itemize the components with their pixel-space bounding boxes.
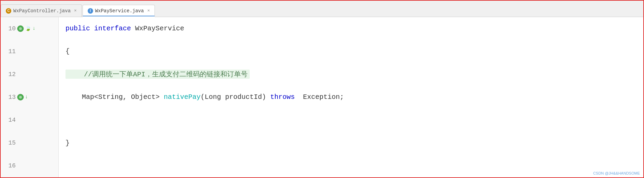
method-name-nativepay: nativePay [164,93,201,101]
keyword-throws: throws [270,93,295,101]
line-row-11: 11 [1,40,58,63]
arrow-down-icon-10: ↓ [32,26,35,31]
green-circle-icon [17,25,24,32]
line-row-15: 15 [1,132,58,154]
classname-wxpayservice: WxPayService [135,25,184,32]
line-row-10: 10 🍃 ↓ [1,17,58,40]
line-row-12: 12 [1,63,58,86]
tab-wxpayservice[interactable]: I WxPayService.java × [83,5,155,17]
tab-close-controller[interactable]: × [74,8,77,13]
line-num-11: 11 [3,48,16,55]
green-small-circle-icon [17,94,24,101]
code-line-14 [65,109,643,132]
line-badge-10: 🍃 ↓ [17,25,35,32]
line-row-16: 16 [1,154,58,177]
map-return-type: Map<String, Object> [65,93,164,101]
keyword-interface: interface [94,25,135,32]
method-params: (Long productId) [201,93,270,101]
code-line-11: { [65,40,643,63]
line-num-10: 10 [3,25,16,32]
svg-point-1 [19,27,22,30]
code-line-16 [65,154,643,177]
line-numbers: 10 🍃 ↓ 11 12 13 [1,17,59,177]
exception-type: Exception; [295,93,344,101]
code-line-12: //调用统一下单API，生成支付二维码的链接和订单号 [65,63,643,86]
tab-icon-i: I [88,8,93,14]
watermark: CSDN @JH&&HANDSOME [593,171,640,175]
tab-close-service[interactable]: × [147,8,150,13]
close-brace: } [65,139,70,147]
tab-label-controller: WxPayController.java [13,8,71,14]
line-num-12: 12 [3,71,16,78]
leaf-icon: 🍃 [25,25,31,32]
line-badge-13: ↓ [17,94,28,101]
code-line-13: Map<String, Object> nativePay (Long prod… [65,86,643,108]
tab-wxpaycontroller[interactable]: C WxPayController.java × [1,4,82,17]
code-area: 10 🍃 ↓ 11 12 13 [1,17,643,177]
line-num-16: 16 [3,162,16,169]
code-line-10: public interface WxPayService [65,17,643,40]
tab-label-service: WxPayService.java [95,8,144,14]
code-content: public interface WxPayService { //调用统一下单… [59,17,643,177]
line-row-13: 13 ↓ [1,86,58,108]
tab-bar: C WxPayController.java × I WxPayService.… [1,1,643,17]
code-line-15: } [65,132,643,154]
keyword-public: public [65,25,94,32]
line-num-14: 14 [3,117,16,123]
line-row-14: 14 [1,109,58,132]
line-num-15: 15 [3,139,16,146]
arrow-down-icon-13: ↓ [25,94,28,100]
svg-point-3 [19,96,22,99]
editor-window: C WxPayController.java × I WxPayService.… [0,0,644,178]
line-num-13: 13 [3,94,16,101]
tab-active-underline [83,16,155,16]
tab-icon-c: C [6,8,11,14]
comment-text: //调用统一下单API，生成支付二维码的链接和订单号 [65,70,250,79]
open-brace: { [65,47,70,55]
